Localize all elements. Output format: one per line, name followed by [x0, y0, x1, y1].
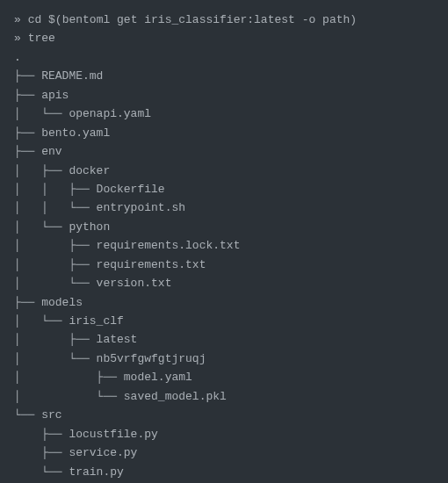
tree-line: │ └── python	[14, 220, 110, 234]
tree-line: │ └── version.txt	[14, 277, 171, 290]
tree-root: .	[14, 51, 21, 64]
tree-line: ├── models	[14, 296, 83, 309]
tree-line: │ └── openapi.yaml	[14, 107, 151, 120]
tree-line: ├── env	[14, 145, 62, 158]
tree-line: │ │ └── entrypoint.sh	[14, 201, 185, 214]
tree-line: ├── service.py	[14, 446, 137, 459]
command-tree: tree	[28, 32, 55, 45]
command-cd: cd $(bentoml get iris_classifier:latest …	[28, 13, 357, 26]
tree-line: │ └── iris_clf	[14, 314, 124, 328]
tree-line: │ │ ├── Dockerfile	[14, 183, 165, 196]
tree-line: │ ├── docker	[14, 164, 110, 177]
tree-line: └── train.py	[14, 465, 124, 479]
tree-line: │ ├── requirements.lock.txt	[14, 239, 240, 252]
tree-line: ├── locustfile.py	[14, 428, 158, 441]
tree-line: │ └── nb5vrfgwfgtjruqj	[14, 352, 206, 365]
tree-line: │ ├── requirements.txt	[14, 258, 206, 271]
tree-line: ├── README.md	[14, 69, 103, 83]
prompt-symbol-2: »	[14, 32, 21, 45]
prompt-symbol-1: »	[14, 13, 21, 26]
tree-line: ├── bento.yaml	[14, 126, 110, 140]
tree-line: │ └── saved_model.pkl	[14, 390, 227, 403]
tree-line: │ ├── latest	[14, 333, 137, 346]
tree-line: │ ├── model.yaml	[14, 371, 192, 384]
tree-line: └── src	[14, 408, 62, 422]
tree-line: ├── apis	[14, 89, 69, 102]
